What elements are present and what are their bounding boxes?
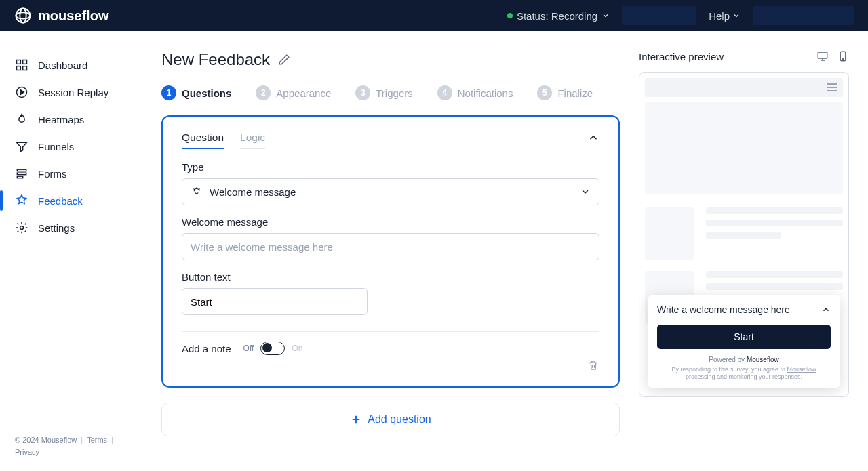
- toggle-on-label: On: [292, 344, 302, 353]
- privacy-link[interactable]: Privacy: [15, 448, 39, 456]
- flame-icon: [15, 112, 28, 126]
- step-number: 1: [161, 85, 176, 100]
- page-title: New Feedback: [161, 50, 270, 69]
- question-card: Question Logic Type Welcome message Welc…: [161, 115, 620, 388]
- sidebar-item-feedback[interactable]: Feedback: [0, 187, 142, 214]
- step-number: 4: [437, 85, 452, 100]
- chevron-up-icon[interactable]: [587, 131, 599, 144]
- sidebar: Dashboard Session Replay Heatmaps Funnel…: [0, 31, 142, 471]
- preview-skeleton-line: [706, 207, 843, 214]
- sidebar-item-settings[interactable]: Settings: [0, 214, 142, 241]
- preview-frame: Write a welcome message here Start Power…: [639, 72, 849, 397]
- add-note-toggle[interactable]: [260, 342, 285, 355]
- svg-point-1: [16, 12, 31, 18]
- tab-question[interactable]: Question: [182, 131, 224, 149]
- step-notifications[interactable]: 4 Notifications: [437, 85, 513, 100]
- welcome-message-input[interactable]: [182, 233, 599, 260]
- step-label: Notifications: [458, 87, 513, 99]
- svg-rect-3: [17, 60, 21, 64]
- preview-start-button[interactable]: Start: [657, 325, 831, 349]
- step-label: Triggers: [376, 87, 412, 99]
- type-value: Welcome message: [210, 186, 296, 198]
- sidebar-item-forms[interactable]: Forms: [0, 160, 142, 187]
- step-number: 3: [355, 85, 370, 100]
- sidebar-item-funnels[interactable]: Funnels: [0, 133, 142, 160]
- mobile-icon[interactable]: [837, 50, 849, 62]
- preview-skeleton-line: [706, 271, 843, 278]
- svg-point-11: [20, 226, 24, 230]
- feedback-icon: [15, 194, 28, 207]
- svg-point-2: [20, 9, 26, 23]
- desktop-icon[interactable]: [816, 50, 829, 62]
- funnel-icon: [15, 140, 28, 153]
- preview-skeleton-line: [706, 232, 781, 239]
- topbar-placeholder-2: [753, 6, 854, 25]
- plus-icon: [350, 413, 362, 426]
- type-select[interactable]: Welcome message: [182, 178, 599, 205]
- status-label: Status: Recording: [517, 10, 597, 22]
- preview-popup-title: Write a welcome message here: [657, 304, 790, 315]
- sidebar-item-label: Dashboard: [38, 60, 87, 71]
- svg-point-14: [842, 59, 844, 60]
- sidebar-item-label: Heatmaps: [38, 114, 84, 125]
- sidebar-footer: © 2024 Mouseflow | Terms | Privacy: [0, 429, 142, 463]
- topbar: mouseflow Status: Recording Help: [0, 0, 868, 31]
- help-label: Help: [709, 10, 730, 22]
- preview-popup: Write a welcome message here Start Power…: [648, 295, 840, 388]
- help-menu[interactable]: Help: [709, 10, 741, 22]
- sidebar-item-dashboard[interactable]: Dashboard: [0, 52, 142, 79]
- svg-rect-9: [17, 173, 26, 174]
- brand-name: mouseflow: [38, 8, 108, 24]
- svg-rect-5: [17, 66, 21, 70]
- preview-skeleton-hero: [645, 102, 843, 194]
- preview-skeleton-line: [706, 283, 843, 290]
- chevron-up-icon[interactable]: [821, 305, 831, 314]
- svg-rect-6: [23, 66, 27, 70]
- sidebar-item-label: Settings: [38, 222, 75, 234]
- step-finalize[interactable]: 5 Finalize: [537, 85, 593, 100]
- type-label: Type: [182, 161, 599, 173]
- svg-rect-4: [23, 60, 27, 64]
- sidebar-item-label: Session Replay: [38, 87, 108, 98]
- svg-point-0: [16, 9, 31, 23]
- toggle-off-label: Off: [243, 344, 254, 353]
- chevron-down-icon: [601, 12, 610, 20]
- logo[interactable]: mouseflow: [14, 6, 108, 25]
- preview-column: Interactive preview: [639, 50, 849, 471]
- terms-link[interactable]: Terms: [87, 436, 107, 444]
- wave-icon: [191, 186, 203, 198]
- preview-disclaimer: By responding to this survey, you agree …: [657, 366, 831, 382]
- step-number: 5: [537, 85, 552, 100]
- sidebar-item-heatmaps[interactable]: Heatmaps: [0, 106, 142, 133]
- step-number: 2: [256, 85, 271, 100]
- step-questions[interactable]: 1 Questions: [161, 85, 231, 100]
- sidebar-item-session-replay[interactable]: Session Replay: [0, 79, 142, 106]
- gear-icon: [15, 221, 28, 234]
- edit-icon[interactable]: [278, 54, 290, 66]
- step-appearance[interactable]: 2 Appearance: [256, 85, 331, 100]
- sidebar-item-label: Funnels: [38, 141, 74, 152]
- svg-rect-8: [17, 169, 26, 171]
- preview-skeleton-thumb: [645, 207, 694, 260]
- status-indicator[interactable]: Status: Recording: [507, 10, 610, 22]
- status-dot-icon: [507, 13, 513, 18]
- chevron-down-icon: [732, 12, 741, 20]
- svg-rect-12: [818, 52, 827, 58]
- trash-icon[interactable]: [587, 359, 599, 371]
- button-text-label: Button text: [182, 271, 599, 283]
- tab-logic[interactable]: Logic: [240, 131, 265, 149]
- add-question-label: Add question: [368, 413, 431, 426]
- step-label: Finalize: [557, 87, 593, 99]
- dashboard-icon: [15, 58, 28, 72]
- button-text-input[interactable]: [182, 288, 368, 315]
- preview-powered-by: Powered by Mouseflow: [657, 356, 831, 363]
- chevron-down-icon: [580, 186, 591, 197]
- topbar-placeholder-1: [622, 6, 696, 25]
- preview-page-header: [645, 78, 843, 97]
- mouseflow-logo-icon: [14, 6, 33, 25]
- preview-skeleton-line: [706, 220, 843, 226]
- add-note-label: Add a note: [182, 343, 231, 354]
- add-question-button[interactable]: Add question: [161, 403, 620, 436]
- step-triggers[interactable]: 3 Triggers: [355, 85, 412, 100]
- play-icon: [15, 85, 28, 99]
